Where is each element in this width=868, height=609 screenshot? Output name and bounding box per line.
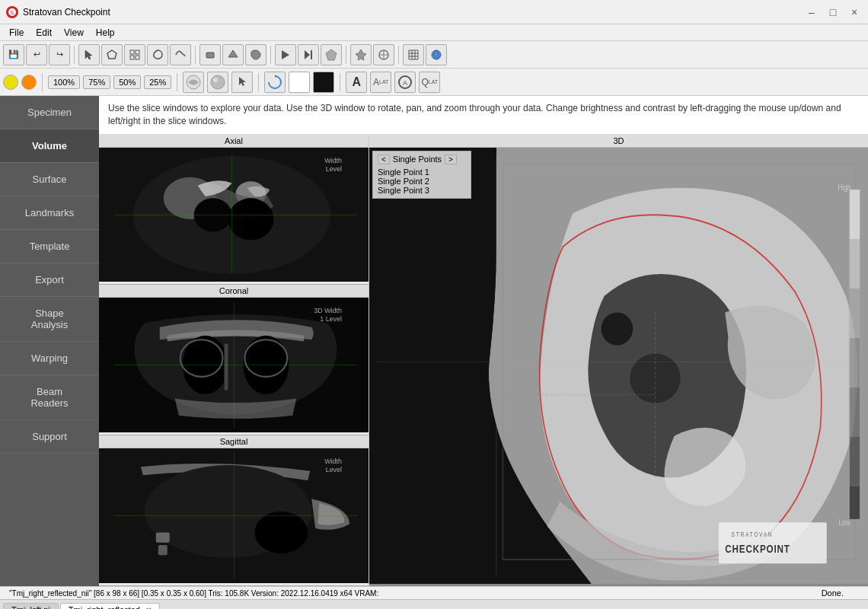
svg-rect-73 <box>850 239 860 289</box>
file-info: "Tmj_right_reflected_nii" [86 x 98 x 66]… <box>9 589 419 598</box>
sidebar-item-support[interactable]: Support <box>0 420 99 454</box>
coronal-image[interactable]: 3D Width 1 Level <box>99 298 369 432</box>
separator-t2-2 <box>177 73 177 91</box>
black-square[interactable] <box>313 72 334 93</box>
sidebar: Specimen Volume Surface Landmarks Templa… <box>0 96 99 586</box>
point-item-2[interactable]: Single Point 2 <box>378 177 466 186</box>
grid-button[interactable] <box>403 44 424 65</box>
svg-point-56 <box>254 512 308 553</box>
toolbar1: 💾 ↩ ↪ <box>0 41 868 69</box>
sphere-button[interactable] <box>426 44 447 65</box>
svg-rect-78 <box>850 486 860 518</box>
svg-rect-60 <box>158 545 168 555</box>
redo-button[interactable]: ↪ <box>49 44 70 65</box>
zoom-100[interactable]: 100% <box>48 75 80 89</box>
font-button-circle[interactable]: A <box>394 72 416 93</box>
maximize-button[interactable]: □ <box>825 6 841 18</box>
3d-canvas[interactable]: High Low STRATOVAN CHECKPOINT < <box>369 148 868 584</box>
gem-tool[interactable] <box>321 44 342 65</box>
svg-text:1 Level: 1 Level <box>320 314 342 324</box>
sidebar-item-shape-analysis[interactable]: ShapeAnalysis <box>0 297 99 342</box>
points-nav-right[interactable]: > <box>445 155 457 164</box>
sidebar-item-export[interactable]: Export <box>0 263 99 297</box>
svg-rect-59 <box>156 533 170 543</box>
menu-help[interactable]: Help <box>90 26 121 40</box>
svg-point-29 <box>213 78 218 82</box>
orange-sphere[interactable] <box>21 75 37 90</box>
polygon-tool[interactable] <box>101 44 123 65</box>
point-item-3[interactable]: Single Point 3 <box>378 186 466 195</box>
toolbar2: 100% 75% 50% 25% A ALAT A QLAT <box>0 69 868 96</box>
axial-image[interactable]: Width Level <box>99 148 369 282</box>
zoom-50[interactable]: 50% <box>113 75 141 89</box>
points-title: Single Points <box>393 155 442 164</box>
grid-tool[interactable] <box>124 44 145 65</box>
title-bar-controls[interactable]: – □ × <box>804 6 862 18</box>
tool-a[interactable] <box>350 44 372 65</box>
sagittal-image[interactable]: Width Level <box>99 448 369 583</box>
minimize-button[interactable]: – <box>804 6 819 18</box>
separator-t2-1 <box>42 73 43 91</box>
white-square[interactable] <box>289 72 310 93</box>
svg-marker-12 <box>326 49 337 60</box>
title-bar-left: S Stratovan Checkpoint <box>6 6 110 18</box>
skip-button[interactable] <box>298 44 319 65</box>
svg-rect-4 <box>136 50 139 54</box>
lasso-tool[interactable] <box>147 44 168 65</box>
texture-button[interactable] <box>183 72 204 93</box>
sidebar-item-beam-readers[interactable]: BeamReaders <box>0 375 99 420</box>
menu-bar: File Edit View Help <box>0 24 868 41</box>
point-item-1[interactable]: Single Point 1 <box>378 167 466 177</box>
close-button[interactable]: × <box>847 6 862 18</box>
shape-tool1[interactable] <box>199 44 221 65</box>
sidebar-item-landmarks[interactable]: Landmarks <box>0 196 99 230</box>
svg-marker-2 <box>107 50 116 59</box>
svg-text:High: High <box>838 183 851 192</box>
zoom-25[interactable]: 25% <box>144 75 171 89</box>
menu-file[interactable]: File <box>3 26 30 40</box>
font-button-a[interactable]: A <box>346 72 367 93</box>
sidebar-item-warping[interactable]: Warping <box>0 342 99 375</box>
select-tool[interactable] <box>78 44 100 65</box>
points-nav-left[interactable]: < <box>378 155 390 164</box>
svg-point-28 <box>211 75 225 89</box>
undo-button[interactable]: ↩ <box>26 44 47 65</box>
freeform-tool[interactable] <box>170 44 191 65</box>
tab-close-tmj-right[interactable]: ✕ <box>145 606 152 609</box>
sidebar-item-volume[interactable]: Volume <box>0 129 99 163</box>
separator2 <box>195 46 196 64</box>
tab-tmj-right[interactable]: Tmj_right_reflected ✕ <box>60 603 160 609</box>
svg-rect-76 <box>850 387 860 436</box>
menu-edit[interactable]: Edit <box>30 26 58 40</box>
svg-text:STRATOVAN: STRATOVAN <box>732 530 774 537</box>
font-button-a2[interactable]: ALAT <box>370 72 391 93</box>
separator-t2-3 <box>258 73 259 91</box>
sidebar-item-template[interactable]: Template <box>0 230 99 263</box>
tool-b[interactable] <box>373 44 394 65</box>
zoom-75[interactable]: 75% <box>83 75 110 89</box>
menu-view[interactable]: View <box>58 26 90 40</box>
separator3 <box>270 46 271 64</box>
svg-rect-7 <box>206 53 214 58</box>
coronal-panel: Coronal <box>99 285 369 435</box>
material-button[interactable] <box>207 72 228 93</box>
font-button-q[interactable]: QLAT <box>419 72 440 93</box>
sun-button[interactable] <box>3 75 18 90</box>
cursor-tool[interactable] <box>231 72 253 93</box>
svg-point-25 <box>432 50 441 59</box>
save-button[interactable]: 💾 <box>3 44 24 65</box>
info-bar: Use the slice windows to explore your da… <box>99 96 868 135</box>
sagittal-label: Sagittal <box>99 435 369 448</box>
tab-tmj-left[interactable]: Tmj_left.ni <box>3 603 59 609</box>
sidebar-item-surface[interactable]: Surface <box>0 163 99 196</box>
svg-point-38 <box>228 198 274 240</box>
separator-t2-4 <box>340 73 340 91</box>
sidebar-item-specimen[interactable]: Specimen <box>0 96 99 129</box>
shape-tool3[interactable] <box>245 44 266 65</box>
rotate-button[interactable] <box>264 72 286 93</box>
play-button[interactable] <box>275 44 296 65</box>
bottom-area: "Tmj_right_reflected_nii" [86 x 98 x 66]… <box>0 586 868 609</box>
title-bar: S Stratovan Checkpoint – □ × <box>0 0 868 24</box>
shape-tool2[interactable] <box>222 44 244 65</box>
status-text: "Tmj_right_reflected_nii" [86 x 98 x 66]… <box>0 586 868 599</box>
